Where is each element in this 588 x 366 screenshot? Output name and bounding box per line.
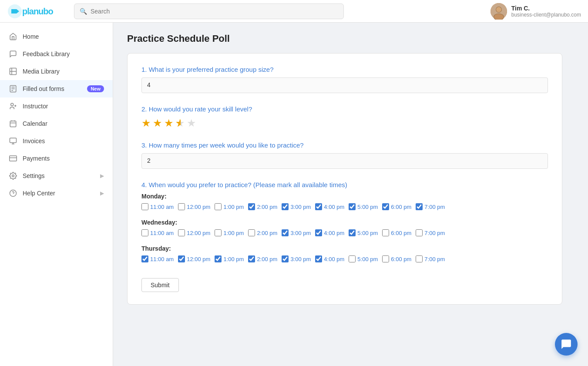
time-label-day1_slot0[interactable]: 11:00 am xyxy=(150,230,174,236)
time-label-day2_slot2[interactable]: 1:00 pm xyxy=(223,256,244,262)
nav-arrow-icon: ▶ xyxy=(100,190,104,196)
question-q3: 3. How many times per week would you lik… xyxy=(141,141,548,169)
time-slot-day0_slot4: 3:00 pm xyxy=(282,203,311,210)
checkbox-day1_slot5[interactable] xyxy=(315,229,322,236)
sidebar-item-calendar[interactable]: Calendar xyxy=(0,115,113,132)
time-label-day0_slot3[interactable]: 2:00 pm xyxy=(257,204,277,210)
question-q2: 2. How would you rate your skill level?★… xyxy=(141,105,548,129)
time-label-day2_slot8[interactable]: 7:00 pm xyxy=(424,256,445,262)
invoices-icon xyxy=(9,137,17,145)
time-label-day0_slot4[interactable]: 3:00 pm xyxy=(290,204,311,210)
sidebar-item-media-library[interactable]: Media Library xyxy=(0,63,113,80)
checkbox-day0_slot3[interactable] xyxy=(248,203,255,210)
time-label-day2_slot5[interactable]: 4:00 pm xyxy=(324,256,344,262)
checkbox-day2_slot6[interactable] xyxy=(349,255,356,262)
topnav: planubo 🔍 Tim C. business-client@planubo… xyxy=(0,0,588,23)
submit-button[interactable]: Submit xyxy=(141,278,179,292)
time-slot-day2_slot3: 2:00 pm xyxy=(248,255,277,262)
time-label-day2_slot3[interactable]: 2:00 pm xyxy=(257,256,277,262)
checkbox-day2_slot2[interactable] xyxy=(215,255,222,262)
help-icon xyxy=(9,189,17,198)
sidebar-item-label-instructor: Instructor xyxy=(23,102,104,110)
sidebar-item-payments[interactable]: Payments xyxy=(0,150,113,167)
time-label-day0_slot6[interactable]: 5:00 pm xyxy=(357,204,378,210)
checkbox-day1_slot8[interactable] xyxy=(416,229,423,236)
main-content: Practice Schedule Poll 1. What is your p… xyxy=(113,23,588,366)
sidebar-item-invoices[interactable]: Invoices xyxy=(0,132,113,150)
time-label-day1_slot6[interactable]: 5:00 pm xyxy=(357,230,378,236)
svg-point-27 xyxy=(12,175,14,177)
logo-svg: planubo xyxy=(7,3,64,19)
star-5: ★ xyxy=(187,117,196,129)
question-text-q3: 3. How many times per week would you lik… xyxy=(141,141,548,149)
checkbox-day1_slot6[interactable] xyxy=(349,229,356,236)
time-label-day2_slot1[interactable]: 12:00 pm xyxy=(187,256,210,262)
time-label-day0_slot0[interactable]: 11:00 am xyxy=(150,204,174,210)
search-bar[interactable]: 🔍 xyxy=(74,3,344,19)
checkbox-day2_slot8[interactable] xyxy=(416,255,423,262)
time-slot-day0_slot2: 1:00 pm xyxy=(215,203,244,210)
time-label-day0_slot8[interactable]: 7:00 pm xyxy=(424,204,445,210)
time-slot-day2_slot1: 12:00 pm xyxy=(178,255,210,262)
time-label-day2_slot0[interactable]: 11:00 am xyxy=(150,256,174,262)
time-label-day0_slot5[interactable]: 4:00 pm xyxy=(324,204,344,210)
checkbox-day1_slot3[interactable] xyxy=(248,229,255,236)
time-label-day1_slot4[interactable]: 3:00 pm xyxy=(290,230,311,236)
checkbox-day0_slot0[interactable] xyxy=(141,203,148,210)
sidebar-item-feedback-library[interactable]: Feedback Library xyxy=(0,45,113,63)
chat-button[interactable] xyxy=(555,333,578,356)
checkbox-day0_slot2[interactable] xyxy=(215,203,222,210)
time-label-day0_slot1[interactable]: 12:00 pm xyxy=(187,204,210,210)
time-label-day1_slot3[interactable]: 2:00 pm xyxy=(257,230,277,236)
sidebar-item-instructor[interactable]: Instructor xyxy=(0,97,113,115)
checkbox-day1_slot4[interactable] xyxy=(282,229,289,236)
checkbox-day2_slot1[interactable] xyxy=(178,255,185,262)
time-label-day1_slot1[interactable]: 12:00 pm xyxy=(187,230,210,236)
checkbox-day1_slot2[interactable] xyxy=(215,229,222,236)
time-slots-2: 11:00 am12:00 pm1:00 pm2:00 pm3:00 pm4:0… xyxy=(141,255,548,262)
time-slot-day2_slot6: 5:00 pm xyxy=(349,255,378,262)
sidebar-item-help-center[interactable]: Help Center▶ xyxy=(0,185,113,202)
checkbox-day0_slot8[interactable] xyxy=(416,203,423,210)
svg-text:planubo: planubo xyxy=(22,7,54,16)
sidebar-item-home[interactable]: Home xyxy=(0,28,113,45)
time-label-day2_slot6[interactable]: 5:00 pm xyxy=(357,256,378,262)
time-label-day1_slot8[interactable]: 7:00 pm xyxy=(424,230,445,236)
checkbox-day2_slot7[interactable] xyxy=(382,255,389,262)
time-label-day0_slot7[interactable]: 6:00 pm xyxy=(391,204,411,210)
checkbox-day0_slot5[interactable] xyxy=(315,203,322,210)
checkbox-day0_slot1[interactable] xyxy=(178,203,185,210)
checkbox-day2_slot4[interactable] xyxy=(282,255,289,262)
checkbox-day0_slot7[interactable] xyxy=(382,203,389,210)
time-label-day2_slot7[interactable]: 6:00 pm xyxy=(391,256,411,262)
sidebar-item-filled-out-forms[interactable]: Filled out formsNew xyxy=(0,80,113,97)
sidebar-item-settings[interactable]: Settings▶ xyxy=(0,167,113,185)
search-input[interactable] xyxy=(91,8,338,15)
checkbox-day0_slot6[interactable] xyxy=(349,203,356,210)
checkbox-day1_slot1[interactable] xyxy=(178,229,185,236)
time-label-day1_slot2[interactable]: 1:00 pm xyxy=(223,230,244,236)
day-section-1: Wednesday:11:00 am12:00 pm1:00 pm2:00 pm… xyxy=(141,219,548,236)
settings-icon xyxy=(9,171,17,180)
page-title: Practice Schedule Poll xyxy=(127,33,574,44)
time-label-day2_slot4[interactable]: 3:00 pm xyxy=(290,256,311,262)
chat-icon xyxy=(9,50,17,58)
time-label-day1_slot5[interactable]: 4:00 pm xyxy=(324,230,344,236)
time-slot-day2_slot8: 7:00 pm xyxy=(416,255,445,262)
svg-rect-25 xyxy=(10,156,17,161)
day-label-2: Thursday: xyxy=(141,245,548,252)
sidebar-item-label-settings: Settings xyxy=(23,172,95,180)
day-label-0: Monday: xyxy=(141,193,548,200)
calendar-icon xyxy=(9,119,17,128)
time-label-day0_slot2[interactable]: 1:00 pm xyxy=(223,204,244,210)
checkbox-day0_slot4[interactable] xyxy=(282,203,289,210)
day-section-0: Monday:11:00 am12:00 pm1:00 pm2:00 pm3:0… xyxy=(141,193,548,210)
checkbox-day2_slot3[interactable] xyxy=(248,255,255,262)
checkbox-day2_slot5[interactable] xyxy=(315,255,322,262)
sidebar-item-label-home: Home xyxy=(23,33,104,40)
checkbox-day1_slot0[interactable] xyxy=(141,229,148,236)
time-slot-day2_slot4: 3:00 pm xyxy=(282,255,311,262)
checkbox-day2_slot0[interactable] xyxy=(141,255,148,262)
time-label-day1_slot7[interactable]: 6:00 pm xyxy=(391,230,411,236)
checkbox-day1_slot7[interactable] xyxy=(382,229,389,236)
